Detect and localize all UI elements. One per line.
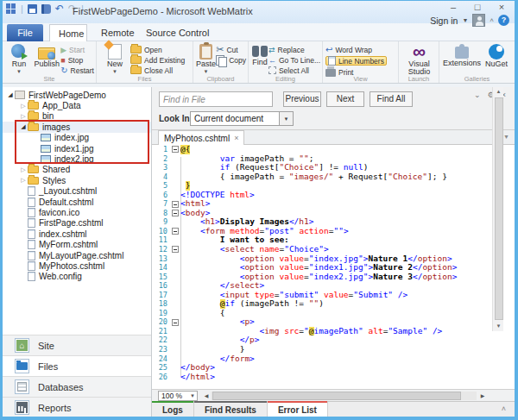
zoom-dropdown[interactable]: 100 %▼ (158, 391, 198, 401)
save-icon[interactable] (28, 4, 37, 14)
tab-source-control[interactable]: Source Control (137, 24, 218, 41)
fold-toggle[interactable] (169, 317, 180, 327)
code-editor[interactable]: 1@{2 var imagePath = "";3 if (Request["C… (152, 145, 515, 389)
cut-button[interactable]: ✂Cut (216, 45, 246, 54)
fold-toggle[interactable] (169, 227, 180, 236)
extensions-button[interactable]: Extensions (442, 43, 482, 67)
workspace-reports-button[interactable]: Reports (3, 397, 151, 417)
publish-quick-icon[interactable] (41, 4, 51, 14)
find-all-button[interactable]: Find All (370, 91, 413, 107)
fold-toggle[interactable] (169, 245, 180, 254)
previous-button[interactable]: Previous (283, 91, 321, 107)
collapsed-expander-icon[interactable]: ▷ (19, 113, 28, 120)
code-line-23[interactable]: 23 } (152, 345, 515, 354)
collapse-minus-icon[interactable] (172, 228, 179, 235)
bottom-tab-error-list[interactable]: Error List (268, 402, 328, 417)
goto-line-button[interactable]: ←Go To Line... (268, 55, 320, 65)
collapse-minus-icon[interactable] (172, 210, 179, 216)
visual-studio-button[interactable]: ∞ Visual Studio (401, 43, 437, 76)
tree-item--layout-cshtml[interactable]: _Layout.cshtml (3, 186, 151, 197)
close-all-button[interactable]: Close All (130, 66, 185, 75)
add-existing-button[interactable]: Add Existing (130, 55, 185, 65)
fold-toggle[interactable] (169, 199, 180, 209)
next-button[interactable]: Next (326, 91, 364, 107)
workspace-files-button[interactable]: Files (3, 355, 151, 376)
nuget-button[interactable]: NuGet (482, 43, 511, 68)
horizontal-scrollbar[interactable] (211, 392, 477, 400)
maximize-button[interactable]: □ (471, 2, 483, 12)
fold-toggle[interactable] (169, 145, 180, 154)
tree-item-web-config[interactable]: Web.config (3, 272, 151, 282)
find-button[interactable]: Find (251, 43, 268, 66)
tree-item-index-cshtml[interactable]: index.cshtml (3, 229, 151, 239)
code-line-1[interactable]: 1@{ (152, 145, 515, 154)
collapse-minus-icon[interactable] (172, 201, 179, 208)
document-tab-myphotos[interactable]: MyPhotos.cshtml × (158, 130, 244, 145)
minimize-button[interactable]: – (447, 2, 459, 12)
tree-item-app-data[interactable]: ▷App_Data (3, 100, 151, 110)
close-button[interactable]: × (496, 2, 508, 12)
sign-in-link[interactable]: Sign in (430, 16, 458, 26)
code-line-12[interactable]: 12 <select name="Choice"> (152, 245, 515, 254)
bottom-tab-logs[interactable]: Logs (152, 402, 194, 417)
workspace-site-button[interactable]: ⌂Site (3, 335, 151, 355)
bottom-tab-find-results[interactable]: Find Results (194, 402, 268, 417)
file-menu-button[interactable]: File (7, 24, 43, 41)
select-all-button[interactable]: Select All (268, 66, 320, 75)
publish-button[interactable]: Publish (33, 43, 60, 68)
tree-item-default-cshtml[interactable]: Default.cshtml (3, 197, 151, 207)
code-line-4[interactable]: 4 { imagePath = "images/" + Request["Cho… (152, 172, 515, 182)
collapsed-expander-icon[interactable]: ▷ (19, 166, 28, 173)
tree-item-firstwebpagedemo[interactable]: ◢FirstWebPageDemo (3, 90, 151, 100)
collapse-minus-icon[interactable] (172, 319, 179, 326)
tab-list-chevron-icon[interactable]: ▼ (503, 134, 509, 140)
tab-home[interactable]: Home (49, 24, 87, 41)
collapse-minus-icon[interactable] (172, 146, 179, 153)
tree-item-myform-cshtml[interactable]: MyForm.cshtml (3, 239, 151, 249)
open-button[interactable]: Open (130, 45, 185, 54)
collapsed-expander-icon[interactable]: ▷ (19, 103, 28, 110)
tree-item-label: Default.cshtml (39, 197, 93, 207)
scroll-down-arrow-icon[interactable]: ▼ (493, 322, 504, 331)
tree-item-mylayoutpage-cshtml[interactable]: MyLayoutPage.cshtml (3, 250, 151, 260)
new-button[interactable]: New▼ (99, 43, 130, 74)
collapse-minus-icon[interactable] (172, 246, 179, 253)
tree-item-styles[interactable]: ▷Styles (3, 175, 151, 185)
collapsed-expander-icon[interactable]: ▷ (19, 177, 28, 184)
replace-button[interactable]: ⇄Replace (268, 45, 320, 54)
avatar[interactable] (472, 14, 485, 27)
tree-item-myphotos-cshtml[interactable]: MyPhotos.cshtml (3, 260, 151, 271)
look-in-dropdown[interactable]: Current document (190, 111, 280, 126)
tree-item-firstpage-cshtml[interactable]: FirstPage.cshtml (3, 218, 151, 229)
tree-item-shared[interactable]: ▷Shared (3, 165, 151, 175)
copy-button[interactable]: Copy (216, 55, 246, 65)
tab-remote[interactable]: Remote (92, 24, 143, 41)
scroll-up-arrow-icon[interactable]: ▲ (493, 87, 504, 97)
run-button[interactable]: Run▼ (5, 43, 33, 74)
undo-icon[interactable]: ↶ (55, 3, 64, 14)
find-input[interactable] (159, 91, 273, 107)
scroll-right-arrow-icon[interactable]: ▶ (478, 392, 487, 400)
expanded-expander-icon[interactable]: ◢ (6, 91, 15, 98)
help-icon[interactable]: ? (498, 15, 509, 26)
vertical-scroll-thumb[interactable] (495, 97, 503, 320)
ribbon-collapse-icon[interactable]: ˄ (490, 16, 494, 24)
panel-expand-caret-icon[interactable]: ˄ (502, 404, 506, 413)
findbar-expand-icon[interactable]: ⌄ (474, 91, 481, 99)
tree-item-favicon-ico[interactable]: favicon.ico (3, 207, 151, 217)
scroll-left-arrow-icon[interactable]: ◀ (202, 392, 211, 400)
stop-button[interactable]: ■Stop (60, 55, 94, 65)
start-button[interactable]: ▶Start (60, 45, 94, 54)
line-number: 18 (152, 299, 169, 309)
look-in-dropdown-arrow-icon[interactable]: ▼ (280, 111, 294, 126)
line-numbers-button[interactable]: Line Numbers (325, 56, 387, 66)
code-line-26[interactable]: 26</html> (152, 373, 515, 382)
tab-close-icon[interactable]: × (234, 134, 238, 142)
paste-button[interactable]: Paste▼ (196, 43, 216, 74)
restart-button[interactable]: ↻Restart (60, 66, 94, 75)
horizontal-scroll-thumb[interactable] (212, 392, 461, 400)
fold-toggle[interactable] (169, 209, 180, 218)
word-wrap-button[interactable]: ↩Word Wrap (325, 45, 387, 54)
vertical-scrollbar[interactable]: ▲ ▼ (492, 87, 503, 331)
workspace-databases-button[interactable]: Databases (3, 376, 151, 397)
